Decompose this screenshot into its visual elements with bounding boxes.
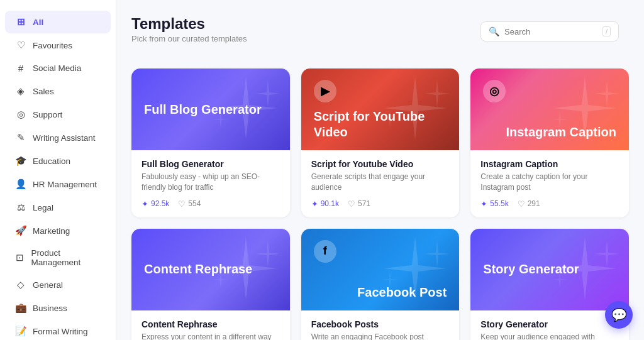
banner-icon: ◎ [483,80,506,102]
card-banner: ◎Instagram Caption [470,69,629,150]
sidebar-item-marketing[interactable]: 🚀 Marketing [5,219,111,242]
card-uses: ✦ 92.5k [142,199,169,209]
card-uses: ✦ 90.1k [311,199,339,209]
business-icon: 💼 [15,302,26,314]
sidebar-item-label: Sales [33,87,54,96]
uses-icon: ✦ [142,199,148,209]
card-banner: Full Blog Generator [131,69,290,150]
marketing-icon: 🚀 [15,225,26,236]
banner-title: Facebook Post [357,285,447,300]
social-media-icon: # [15,63,26,74]
card-name: Instagram Caption [480,159,619,169]
legal-icon: ⚖ [15,202,26,213]
card-name: Full Blog Generator [142,159,280,169]
sidebar-item-label: HR Management [33,180,97,189]
card-facebook-post[interactable]: fFacebook Post Facebook Posts Write an e… [301,229,460,340]
banner-title: Story Generator [483,261,579,277]
search-shortcut: / [602,26,611,36]
card-desc: Keep your audience engaged with [480,332,619,340]
card-desc: Express your content in a different way [142,332,280,340]
sidebar-item-social-media[interactable]: # Social Media [5,57,111,79]
sidebar-item-support[interactable]: ◎ Support [5,103,111,126]
card-banner: fFacebook Post [301,229,460,310]
search-bar[interactable]: 🔍 / [480,21,619,41]
sidebar-item-formal-writing[interactable]: 📝 Formal Writing [5,320,111,340]
card-body: Script for Youtube Video Generate script… [301,150,460,217]
uses-count: 55.5k [490,199,508,208]
card-stats: ✦ 55.5k ♡ 291 [480,199,619,209]
sidebar-item-all[interactable]: ⊞ All [5,11,111,33]
likes-count: 571 [358,199,370,208]
sidebar-item-label: Marketing [33,226,70,236]
sidebar-item-label: Business [33,304,67,313]
card-likes: ♡ 291 [518,199,540,209]
uses-count: 92.5k [151,199,169,208]
all-icon: ⊞ [15,16,26,28]
card-banner: ▶Script for YouTube Video [301,69,460,150]
card-name: Story Generator [480,319,619,329]
sidebar-item-label: Formal Writing [33,327,88,336]
favourites-icon: ♡ [15,40,26,51]
banner-title: Instagram Caption [506,124,616,140]
uses-icon: ✦ [480,199,487,209]
sidebar-item-education[interactable]: 🎓 Education [5,150,111,172]
banner-title: Content Rephrase [144,261,252,277]
card-instagram-caption[interactable]: ◎Instagram Caption Instagram Caption Cre… [470,69,629,217]
sidebar-item-label: Social Media [33,63,81,73]
title-block: Templates Pick from our curated template… [131,15,247,56]
sidebar-item-label: Writing Assistant [33,133,96,143]
page-title: Templates [131,15,247,33]
card-banner: Story Generator [470,229,629,310]
card-name: Content Rephrase [142,319,280,329]
general-icon: ◇ [15,279,26,290]
sidebar-item-writing-assistant[interactable]: ✎ Writing Assistant [5,126,111,149]
sidebar-item-label: Legal [33,203,53,212]
card-likes: ♡ 554 [178,199,201,209]
sidebar-item-label: General [33,280,63,290]
heart-icon: ♡ [348,199,355,209]
sidebar-item-business[interactable]: 💼 Business [5,297,111,319]
sales-icon: ◈ [15,85,26,97]
card-body: Facebook Posts Write an engaging Faceboo… [301,310,460,340]
chat-button[interactable]: 💬 [605,301,633,329]
sidebar-item-hr-management[interactable]: 👤 HR Management [5,173,111,195]
sidebar-item-favourites[interactable]: ♡ Favourites [5,34,111,57]
banner-title: Full Blog Generator [144,102,262,118]
sidebar-item-legal[interactable]: ⚖ Legal [5,196,111,219]
card-body: Instagram Caption Create a catchy captio… [470,150,629,217]
cards-grid: Full Blog Generator Full Blog Generator … [131,69,629,340]
sidebar-item-sales[interactable]: ◈ Sales [5,80,111,102]
card-youtube-script[interactable]: ▶Script for YouTube Video Script for You… [301,69,460,217]
card-desc: Create a catchy caption for your Instagr… [480,172,619,193]
sidebar-item-label: Favourites [33,41,72,50]
page-subtitle: Pick from our curated templates [131,34,247,43]
banner-title: Script for YouTube Video [314,109,447,140]
sidebar-item-product-management[interactable]: ⊡ Product Management [5,243,111,273]
heart-icon: ♡ [178,199,186,209]
hr-management-icon: 👤 [15,178,26,190]
uses-icon: ✦ [311,199,318,209]
card-story-generator[interactable]: Story Generator Story Generator Keep you… [470,229,629,340]
card-desc: Generate scripts that engage your audien… [311,172,450,193]
likes-count: 291 [528,199,540,208]
search-icon: 🔍 [489,26,499,36]
support-icon: ◎ [15,109,26,120]
main-content: Templates Pick from our curated template… [116,0,644,340]
card-full-blog[interactable]: Full Blog Generator Full Blog Generator … [131,69,290,217]
card-uses: ✦ 55.5k [480,199,508,209]
search-input[interactable] [504,27,597,36]
sidebar-item-label: Support [33,110,62,119]
card-stats: ✦ 90.1k ♡ 571 [311,199,450,209]
header-area: Templates Pick from our curated template… [131,15,629,56]
sidebar-item-label: Education [33,156,70,166]
card-content-rephrase[interactable]: Content Rephrase Content Rephrase Expres… [131,229,290,340]
card-name: Script for Youtube Video [311,159,450,169]
sidebar-item-general[interactable]: ◇ General [5,273,111,296]
card-body: Content Rephrase Express your content in… [131,310,290,340]
card-desc: Fabulously easy - whip up an SEO-friendl… [142,172,280,193]
card-banner: Content Rephrase [131,229,290,310]
card-name: Facebook Posts [311,319,450,329]
card-likes: ♡ 571 [348,199,370,209]
education-icon: 🎓 [15,155,26,167]
banner-icon: ▶ [314,80,336,102]
